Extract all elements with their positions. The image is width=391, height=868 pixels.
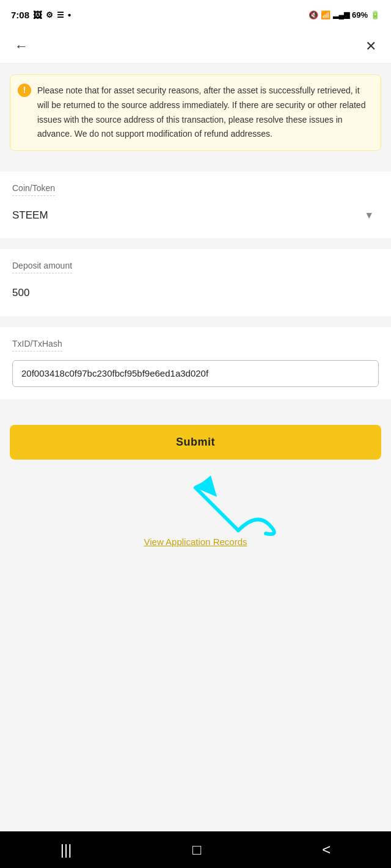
nav-bar: ← ✕ — [0, 29, 391, 63]
battery-percent: 69% — [352, 10, 368, 20]
txhash-input[interactable] — [21, 368, 370, 378]
cyan-arrow-svg — [159, 469, 281, 537]
deposit-amount-value: 500 — [12, 282, 379, 304]
wifi-icon: 📶 — [321, 10, 331, 20]
bottom-nav-bar: ||| □ < — [0, 831, 391, 868]
coin-token-section: Coin/Token STEEM BTC ETH USDT ▼ — [0, 172, 391, 238]
signal-icon: ▂▄▆ — [333, 10, 349, 19]
submit-section: Submit — [0, 410, 391, 469]
home-button[interactable]: □ — [178, 836, 216, 863]
annotation-arrow — [10, 469, 381, 530]
media-icon: 🖼 — [33, 10, 42, 20]
recent-apps-button[interactable]: ||| — [46, 836, 87, 863]
status-bar: 7:08 🖼 ⚙ ☰ • 🔇 📶 ▂▄▆ 69% 🔋 — [0, 0, 391, 29]
view-application-records-link[interactable]: View Application Records — [144, 537, 247, 547]
warning-text: Please note that for asset security reas… — [37, 85, 365, 139]
back-button[interactable]: ← — [11, 35, 32, 58]
game-icon: ⚙ — [46, 10, 53, 20]
txhash-input-wrapper[interactable] — [12, 360, 379, 387]
status-time: 7:08 🖼 ⚙ ☰ • — [11, 10, 71, 20]
coin-token-wrapper[interactable]: STEEM BTC ETH USDT ▼ — [12, 204, 379, 226]
close-button[interactable]: ✕ — [362, 35, 380, 58]
back-nav-button[interactable]: < — [307, 836, 345, 863]
deposit-amount-label: Deposit amount — [12, 261, 72, 273]
coin-token-select[interactable]: STEEM BTC ETH USDT — [12, 204, 379, 226]
svg-marker-0 — [196, 476, 217, 497]
txhash-section: TxID/TxHash — [0, 327, 391, 399]
txhash-label: TxID/TxHash — [12, 339, 62, 352]
dot-indicator: • — [68, 10, 71, 20]
submit-button[interactable]: Submit — [10, 425, 381, 460]
battery-icon: 🔋 — [370, 10, 380, 20]
warning-icon: ! — [18, 84, 31, 97]
main-content: ! Please note that for asset security re… — [0, 63, 391, 831]
warning-box: ! Please note that for asset security re… — [10, 74, 381, 151]
status-icons: 🔇 📶 ▂▄▆ 69% 🔋 — [309, 10, 380, 20]
mute-icon: 🔇 — [309, 10, 318, 20]
coin-token-label: Coin/Token — [12, 183, 55, 196]
notification-icon: ☰ — [57, 10, 64, 20]
deposit-amount-section: Deposit amount 500 — [0, 249, 391, 316]
time-display: 7:08 — [11, 10, 29, 20]
